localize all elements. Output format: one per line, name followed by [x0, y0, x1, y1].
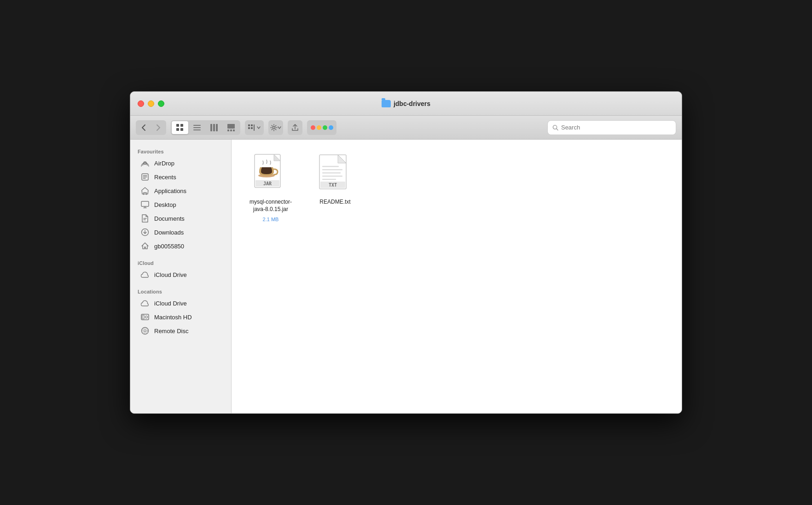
- sidebar-item-remote-disc[interactable]: Remote Disc: [133, 324, 228, 338]
- column-icon: [210, 123, 218, 132]
- svg-rect-14: [248, 124, 250, 126]
- content-area: Favourites AirDrop: [130, 140, 682, 413]
- recents-label: Recents: [154, 174, 176, 181]
- search-bar[interactable]: [547, 120, 676, 135]
- svg-rect-38: [322, 172, 341, 174]
- home-icon: [140, 241, 150, 251]
- search-input[interactable]: [561, 124, 671, 131]
- sidebar-item-macintosh-hd[interactable]: Macintosh HD: [133, 310, 228, 324]
- titlebar: jdbc-drivers: [130, 92, 682, 116]
- share-button[interactable]: [288, 120, 302, 135]
- sidebar-item-home[interactable]: gb0055850: [133, 239, 228, 253]
- readme-file-name: README.txt: [319, 199, 350, 206]
- svg-rect-23: [141, 201, 149, 206]
- svg-rect-37: [322, 169, 342, 170]
- sidebar-item-icloud-drive-loc[interactable]: iCloud Drive: [133, 296, 228, 310]
- svg-rect-17: [251, 127, 253, 129]
- svg-rect-9: [216, 124, 218, 131]
- svg-rect-10: [227, 124, 235, 129]
- gallery-icon: [227, 123, 235, 132]
- sidebar-item-downloads[interactable]: Downloads: [133, 225, 228, 239]
- close-button[interactable]: [138, 100, 144, 107]
- back-button[interactable]: [137, 121, 151, 134]
- jar-icon-svg: JAR: [253, 153, 289, 195]
- desktop-icon: [140, 200, 150, 209]
- downloads-icon: [140, 228, 150, 237]
- forward-arrow-icon: [156, 124, 161, 131]
- column-view-button[interactable]: [206, 121, 222, 134]
- airdrop-icon: [140, 159, 150, 168]
- folder-icon: [382, 100, 391, 107]
- svg-rect-7: [210, 124, 212, 131]
- documents-label: Documents: [154, 215, 185, 222]
- svg-rect-8: [213, 124, 215, 131]
- jar-file-item[interactable]: JAR: [241, 149, 301, 227]
- group-icon: [248, 124, 255, 131]
- svg-rect-15: [251, 124, 253, 126]
- minimize-button[interactable]: [148, 100, 154, 107]
- readme-file-item[interactable]: TXT README.txt: [305, 149, 365, 227]
- svg-text:TXT: TXT: [329, 182, 337, 188]
- svg-rect-36: [322, 166, 339, 167]
- nav-buttons: [136, 120, 166, 135]
- tag-dot-red: [311, 125, 315, 130]
- tag-button[interactable]: [307, 120, 336, 135]
- svg-rect-6: [193, 129, 201, 130]
- window-title: jdbc-drivers: [382, 100, 430, 107]
- toolbar: [130, 116, 682, 140]
- applications-icon: [140, 186, 150, 195]
- favourites-header: Favourites: [130, 145, 231, 156]
- list-view-button[interactable]: [189, 121, 205, 134]
- sidebar-item-applications[interactable]: Applications: [133, 184, 228, 198]
- sidebar-item-desktop[interactable]: Desktop: [133, 198, 228, 211]
- action-button[interactable]: [268, 120, 283, 135]
- icloud-drive-loc-label: iCloud Drive: [154, 300, 187, 307]
- svg-rect-39: [322, 176, 342, 177]
- txt-icon-svg: TXT: [319, 154, 352, 194]
- tag-dot-green: [323, 125, 327, 130]
- icloud-drive-fav-icon: [140, 270, 150, 279]
- jar-file-icon: JAR: [252, 153, 289, 195]
- tag-dot-yellow: [317, 125, 321, 130]
- txt-file-icon: TXT: [317, 153, 354, 195]
- maximize-button[interactable]: [158, 100, 164, 107]
- gear-icon: [270, 124, 278, 131]
- action-chevron-icon: [278, 126, 281, 129]
- jar-file-name: mysql-connector-java-8.0.15.jar: [244, 199, 297, 213]
- airdrop-label: AirDrop: [154, 160, 174, 167]
- search-icon: [552, 124, 558, 131]
- sidebar-item-icloud-drive-fav[interactable]: iCloud Drive: [133, 268, 228, 282]
- view-buttons: [171, 120, 240, 135]
- icloud-drive-fav-label: iCloud Drive: [154, 271, 187, 278]
- svg-rect-18: [254, 124, 255, 131]
- svg-rect-0: [176, 124, 179, 127]
- locations-header: Locations: [130, 285, 231, 296]
- documents-icon: [140, 214, 150, 223]
- sidebar-item-airdrop[interactable]: AirDrop: [133, 156, 228, 170]
- file-area: JAR: [232, 140, 682, 413]
- svg-rect-40: [322, 179, 336, 180]
- title-text: jdbc-drivers: [394, 100, 430, 107]
- svg-point-19: [273, 126, 275, 129]
- svg-rect-12: [230, 129, 232, 131]
- sidebar-item-documents[interactable]: Documents: [133, 211, 228, 225]
- svg-rect-4: [193, 125, 201, 126]
- icloud-drive-loc-icon: [140, 299, 150, 308]
- svg-point-27: [145, 316, 148, 318]
- sidebar-item-recents[interactable]: Recents: [133, 170, 228, 184]
- svg-point-30: [143, 329, 148, 334]
- traffic-lights: [138, 100, 164, 107]
- macintosh-hd-icon: [140, 312, 150, 322]
- home-label: gb0055850: [154, 243, 184, 250]
- icon-view-button[interactable]: [172, 121, 188, 134]
- list-icon: [193, 123, 201, 132]
- group-chevron-icon: [256, 125, 261, 130]
- svg-rect-5: [193, 127, 201, 128]
- finder-window: jdbc-drivers: [130, 91, 682, 414]
- group-button[interactable]: [245, 120, 264, 135]
- forward-button[interactable]: [151, 121, 165, 134]
- gallery-view-button[interactable]: [223, 121, 239, 134]
- recents-icon: [140, 172, 150, 182]
- desktop-label: Desktop: [154, 201, 176, 208]
- svg-rect-16: [248, 127, 250, 129]
